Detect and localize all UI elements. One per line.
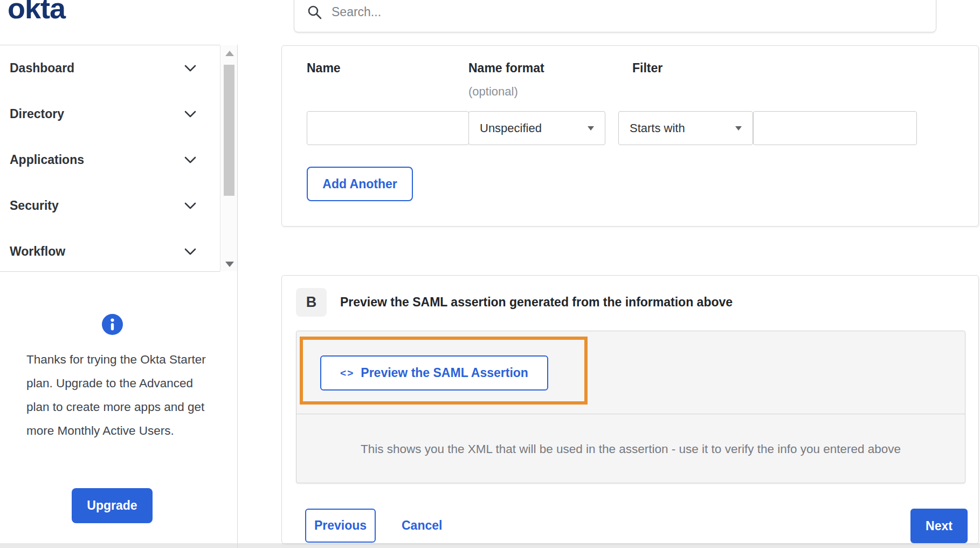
upsell-message: Thanks for trying the Okta Starter plan.… (26, 348, 209, 443)
sidebar-item-directory[interactable]: Directory (0, 91, 220, 137)
sidebar-item-dashboard[interactable]: Dashboard (0, 45, 220, 91)
sidebar-divider (237, 45, 238, 548)
code-icon: <> (340, 367, 354, 379)
chevron-down-icon (184, 156, 196, 164)
name-format-selected-value: Unspecified (480, 121, 542, 135)
filter-column-label: Filter (632, 61, 662, 76)
caret-down-icon (588, 126, 594, 131)
sidebar-item-workflow[interactable]: Workflow (0, 229, 220, 275)
sidebar-item-applications[interactable]: Applications (0, 137, 220, 183)
scroll-up-arrow-icon[interactable] (225, 51, 234, 56)
step-b-badge: B (296, 288, 327, 317)
okta-admin-console: okta Dashboard Directory Applications Se… (0, 0, 980, 548)
sidebar-scrollbar[interactable] (220, 45, 238, 271)
chevron-down-icon (184, 111, 196, 118)
preview-button-label: Preview the SAML Assertion (361, 366, 528, 380)
name-format-optional-hint: (optional) (468, 85, 518, 99)
global-search[interactable] (294, 0, 936, 32)
name-format-select[interactable]: Unspecified (468, 111, 605, 145)
filter-type-select[interactable]: Starts with (618, 111, 753, 145)
preview-section-heading: Preview the SAML assertion generated fro… (340, 295, 733, 310)
sidebar-item-label: Security (10, 198, 59, 213)
cancel-link[interactable]: Cancel (402, 509, 442, 543)
sidebar-nav: Dashboard Directory Applications Securit… (0, 45, 220, 272)
chevron-down-icon (184, 248, 196, 256)
chevron-down-icon (184, 65, 196, 72)
bottom-edge-strip (0, 543, 980, 548)
info-icon (102, 314, 123, 335)
name-format-column-label: Name format (468, 61, 544, 76)
okta-logo[interactable]: okta (8, 0, 65, 25)
sidebar-item-label: Applications (10, 153, 84, 167)
caret-down-icon (735, 126, 742, 131)
attribute-name-input[interactable] (307, 111, 469, 145)
search-input[interactable] (332, 5, 898, 19)
scrollbar-thumb[interactable] (224, 65, 234, 196)
preview-saml-assertion-button[interactable]: <> Preview the SAML Assertion (320, 355, 548, 391)
scroll-down-arrow-icon[interactable] (225, 262, 234, 267)
filter-value-input[interactable] (753, 111, 917, 145)
preview-saml-card: B Preview the SAML assertion generated f… (281, 275, 979, 544)
search-icon (307, 5, 322, 19)
sidebar-item-security[interactable]: Security (0, 183, 220, 229)
sidebar-item-label: Dashboard (10, 61, 74, 76)
sidebar-item-label: Directory (10, 107, 64, 121)
attribute-statements-card: Name Name format (optional) Filter Unspe… (281, 45, 979, 227)
preview-description: This shows you the XML that will be used… (296, 414, 965, 484)
name-column-label: Name (307, 61, 341, 76)
add-another-button[interactable]: Add Another (307, 167, 413, 201)
sidebar-item-label: Workflow (10, 244, 65, 259)
next-button[interactable]: Next (910, 509, 968, 543)
upgrade-button[interactable]: Upgrade (72, 488, 153, 523)
chevron-down-icon (184, 202, 196, 210)
preview-panel-top: <> Preview the SAML Assertion (296, 331, 965, 414)
filter-type-selected-value: Starts with (630, 121, 685, 135)
previous-button[interactable]: Previous (305, 509, 376, 543)
preview-panel: <> Preview the SAML Assertion This shows… (296, 331, 965, 483)
